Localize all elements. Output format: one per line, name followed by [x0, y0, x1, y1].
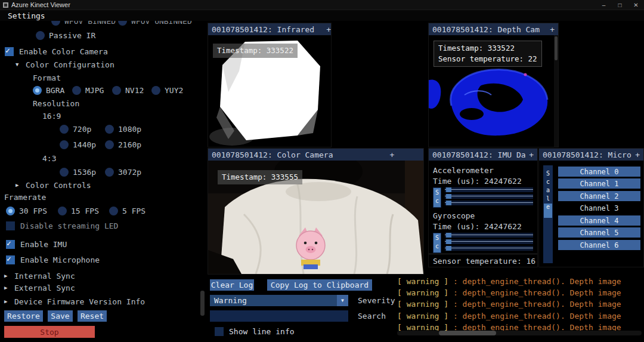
checkmark-icon: ✓: [7, 254, 11, 263]
radio-icon[interactable]: [60, 168, 69, 177]
microphone-scale-slider[interactable]: Scale: [543, 165, 553, 263]
format-label: Format: [33, 72, 61, 83]
accelerometer-scale-slider[interactable]: Scale: [433, 187, 441, 208]
color-controls-header[interactable]: ▶ Color Controls: [16, 180, 91, 190]
log-line: [ warning ] : depth_engine_thread(). Dep…: [397, 310, 644, 322]
add-view-icon[interactable]: +: [550, 25, 555, 34]
internal-sync-header[interactable]: ▶ Internal Sync: [4, 270, 75, 281]
chevron-down-icon: ▼: [16, 61, 21, 67]
maximize-button[interactable]: □: [612, 0, 628, 10]
gyroscope-scale-slider[interactable]: Scale: [433, 233, 441, 253]
format-mjpg[interactable]: MJPG: [72, 85, 104, 95]
scale-slider-label: Scale: [434, 235, 441, 253]
channel-6-button[interactable]: Channel 6: [558, 240, 640, 250]
accelerometer-z-graph[interactable]: [445, 201, 533, 205]
log-horizontal-scrollbar[interactable]: [397, 331, 642, 335]
radio-icon[interactable]: [60, 140, 69, 149]
color-camera-tab[interactable]: 001078501412: Color Camera +: [208, 149, 423, 161]
resolution-1536p[interactable]: 1536p: [60, 167, 96, 177]
channel-2-button[interactable]: Channel 2: [558, 191, 640, 201]
enable-color-camera-checkbox[interactable]: ✓ Enable Color Camera: [5, 46, 108, 57]
resolution-1440p[interactable]: 1440p: [60, 139, 96, 150]
checkbox-icon[interactable]: ✓: [6, 240, 15, 249]
gyroscope-x-graph[interactable]: [445, 233, 533, 238]
sidebar-scrollbar[interactable]: [200, 291, 205, 316]
clear-log-button[interactable]: Clear Log: [210, 279, 254, 291]
add-view-icon[interactable]: +: [390, 150, 395, 159]
add-view-icon[interactable]: +: [529, 150, 534, 159]
external-sync-header[interactable]: ▶ External Sync: [4, 282, 75, 293]
color-configuration-header[interactable]: ▼ Color Configuration: [16, 59, 114, 70]
channel-4-button[interactable]: Channel 4: [558, 215, 640, 226]
depth-tab[interactable]: 001078501412: Depth Cam +: [429, 23, 558, 35]
infrared-panel: 001078501412: Infrared + Timestamp: 3335…: [208, 23, 332, 147]
enable-microphone-checkbox[interactable]: ✓ Enable Microphone: [6, 254, 100, 265]
framerate-5fps[interactable]: 5 FPS: [109, 205, 145, 216]
reset-button[interactable]: Reset: [78, 310, 107, 322]
radio-icon[interactable]: [58, 207, 67, 215]
device-firmware-header[interactable]: ▶ Device Firmware Version Info: [4, 296, 145, 307]
show-line-info-checkbox[interactable]: Show line info: [215, 326, 295, 337]
radio-icon[interactable]: [105, 125, 114, 134]
severity-dropdown[interactable]: Warning ▼: [210, 295, 348, 306]
resolution-3072p[interactable]: 3072p: [105, 167, 141, 177]
radio-icon[interactable]: [6, 207, 15, 215]
microphone-tab[interactable]: 001078501412: Micro +: [539, 149, 643, 161]
restore-button[interactable]: Restore: [4, 310, 43, 322]
checkbox-icon[interactable]: ✓: [5, 47, 14, 56]
channel-0-button[interactable]: Channel 0: [558, 167, 640, 177]
channel-1-button[interactable]: Channel 1: [558, 178, 640, 189]
depth-panel: 001078501412: Depth Cam + Timestamp: 333…: [428, 23, 559, 147]
add-view-icon[interactable]: +: [635, 150, 640, 159]
framerate-15fps[interactable]: 15 FPS: [58, 205, 99, 216]
resolution-1080p[interactable]: 1080p: [105, 124, 141, 134]
search-input[interactable]: [210, 310, 348, 322]
enable-imu-checkbox[interactable]: ✓ Enable IMU: [6, 239, 67, 249]
close-button[interactable]: ✕: [628, 0, 644, 10]
channel-5-button[interactable]: Channel 5: [558, 227, 640, 238]
stop-button[interactable]: Stop: [4, 326, 95, 338]
format-nv12[interactable]: NV12: [112, 85, 144, 95]
imu-tab-label: 001078501412: IMU Da: [432, 150, 526, 159]
radio-icon[interactable]: [118, 21, 127, 26]
radio-icon[interactable]: [105, 168, 114, 177]
radio-icon[interactable]: [72, 86, 81, 95]
disable-streaming-led-checkbox[interactable]: Disable streaming LED: [6, 220, 118, 231]
radio-icon[interactable]: [51, 21, 60, 26]
accelerometer-y-graph[interactable]: [445, 194, 533, 199]
depth-tab-label: 001078501412: Depth Cam: [432, 25, 540, 34]
resolution-720p[interactable]: 720p: [60, 124, 91, 134]
copy-log-button[interactable]: Copy Log to Clipboard: [267, 279, 372, 291]
add-view-icon[interactable]: +: [326, 25, 331, 34]
gyroscope-z-graph[interactable]: [445, 246, 533, 251]
radio-icon[interactable]: [36, 31, 45, 40]
accelerometer-x-graph[interactable]: [445, 187, 533, 192]
format-yuy2[interactable]: YUY2: [151, 85, 183, 95]
channel-3-button[interactable]: Channel 3: [558, 203, 640, 213]
menu-settings[interactable]: Settings: [8, 11, 45, 20]
imu-tab[interactable]: 001078501412: IMU Da +: [429, 149, 537, 161]
checkbox-icon[interactable]: [215, 327, 224, 336]
chevron-down-icon[interactable]: ▼: [337, 295, 348, 306]
depth-scrollbar[interactable]: [554, 35, 558, 147]
scrollbar-grip[interactable]: [439, 331, 496, 335]
depth-mode-passive-ir[interactable]: Passive IR: [36, 30, 95, 41]
aspect-16-9-label: 16:9: [42, 110, 61, 121]
infrared-tab[interactable]: 001078501412: Infrared +: [208, 23, 331, 35]
radio-icon[interactable]: [112, 86, 121, 95]
radio-icon[interactable]: [33, 86, 42, 95]
gyroscope-y-graph[interactable]: [445, 239, 533, 244]
save-button[interactable]: Save: [48, 310, 73, 322]
depth-mode-wfov-binned[interactable]: WFOV BINNED: [51, 21, 116, 26]
resolution-2160p[interactable]: 2160p: [105, 139, 141, 150]
radio-icon[interactable]: [151, 86, 160, 95]
minimize-button[interactable]: –: [596, 0, 612, 10]
format-bgra[interactable]: BGRA: [33, 85, 64, 95]
depth-mode-wfov-unbinned[interactable]: WFOV UNBINNED: [118, 21, 192, 26]
framerate-30fps[interactable]: 30 FPS: [6, 205, 47, 216]
radio-icon[interactable]: [105, 140, 114, 149]
checkbox-icon[interactable]: ✓: [6, 255, 15, 264]
checkbox-icon[interactable]: [6, 221, 15, 230]
radio-icon[interactable]: [109, 207, 118, 215]
radio-icon[interactable]: [60, 125, 69, 134]
